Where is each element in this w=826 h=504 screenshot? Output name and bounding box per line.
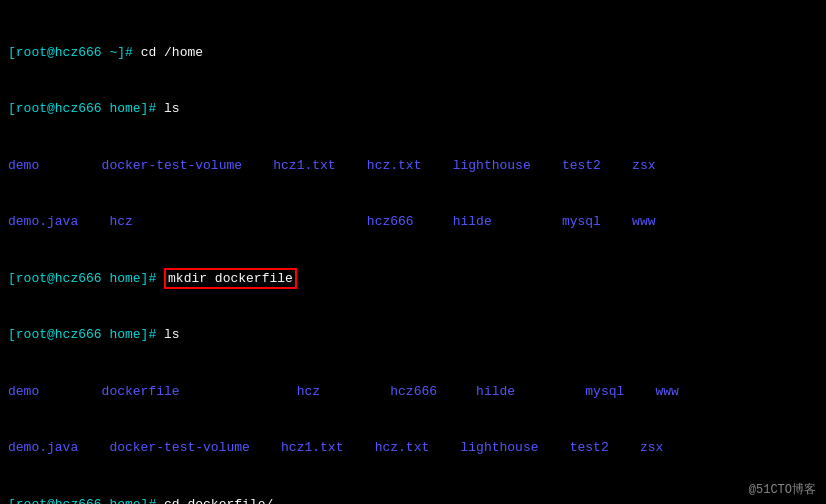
line-2: [root@hcz666 home]# ls xyxy=(8,100,818,119)
line-9: [root@hcz666 home]# cd dockerfile/ xyxy=(8,496,818,504)
watermark: @51CTO博客 xyxy=(749,481,816,498)
line-3: demo docker-test-volume hcz1.txt hcz.txt… xyxy=(8,157,818,176)
line-8: demo.java docker-test-volume hcz1.txt hc… xyxy=(8,439,818,458)
line-6: [root@hcz666 home]# ls xyxy=(8,326,818,345)
line-7: demo dockerfile hcz hcz666 hilde mysql w… xyxy=(8,383,818,402)
line-5: [root@hcz666 home]# mkdir dockerfile xyxy=(8,270,818,289)
terminal: [root@hcz666 ~]# cd /home [root@hcz666 h… xyxy=(0,0,826,504)
line-4: demo.java hcz hcz666 hilde mysql www xyxy=(8,213,818,232)
line-1: [root@hcz666 ~]# cd /home xyxy=(8,44,818,63)
